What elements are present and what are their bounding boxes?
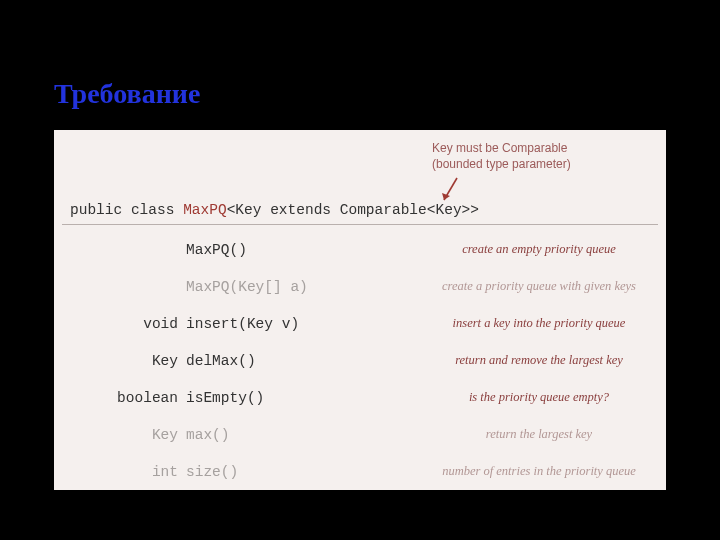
api-method-signature: size() bbox=[186, 464, 238, 480]
api-return-type: boolean bbox=[54, 390, 178, 406]
api-description: number of entries in the priority queue bbox=[424, 464, 654, 479]
api-description: return and remove the largest key bbox=[424, 353, 654, 368]
api-description: create an empty priority queue bbox=[424, 242, 654, 257]
api-method-signature: MaxPQ() bbox=[186, 242, 247, 258]
signature-generic: <Key extends Comparable<Key>> bbox=[227, 202, 479, 218]
api-method-signature: isEmpty() bbox=[186, 390, 264, 406]
api-description: insert a key into the priority queue bbox=[424, 316, 654, 331]
api-return-type: int bbox=[54, 464, 178, 480]
slide-heading: Требование bbox=[54, 78, 200, 110]
api-return-type: Key bbox=[54, 427, 178, 443]
api-return-type: Key bbox=[54, 353, 178, 369]
api-description: is the priority queue empty? bbox=[424, 390, 654, 405]
signature-prefix: public class bbox=[70, 202, 183, 218]
api-row: booleanisEmpty()is the priority queue em… bbox=[54, 390, 666, 416]
api-row: voidinsert(Key v)insert a key into the p… bbox=[54, 316, 666, 342]
annotation-line-1: Key must be Comparable bbox=[432, 141, 567, 155]
api-row: intsize()number of entries in the priori… bbox=[54, 464, 666, 490]
signature-class-name: MaxPQ bbox=[183, 202, 227, 218]
api-row: MaxPQ()create an empty priority queue bbox=[54, 242, 666, 268]
api-row: MaxPQ(Key[] a)create a priority queue wi… bbox=[54, 279, 666, 305]
class-signature: public class MaxPQ<Key extends Comparabl… bbox=[70, 202, 479, 218]
svg-marker-1 bbox=[442, 193, 450, 200]
api-row: KeydelMax()return and remove the largest… bbox=[54, 353, 666, 379]
api-card: Key must be Comparable (bounded type par… bbox=[54, 130, 666, 490]
api-method-signature: MaxPQ(Key[] a) bbox=[186, 279, 308, 295]
api-method-signature: max() bbox=[186, 427, 230, 443]
api-return-type: void bbox=[54, 316, 178, 332]
divider bbox=[62, 224, 658, 225]
api-description: return the largest key bbox=[424, 427, 654, 442]
api-method-signature: insert(Key v) bbox=[186, 316, 299, 332]
api-row: Keymax()return the largest key bbox=[54, 427, 666, 453]
api-method-signature: delMax() bbox=[186, 353, 256, 369]
annotation-line-2: (bounded type parameter) bbox=[432, 157, 571, 171]
api-description: create a priority queue with given keys bbox=[424, 279, 654, 294]
annotation-text: Key must be Comparable (bounded type par… bbox=[432, 140, 571, 172]
